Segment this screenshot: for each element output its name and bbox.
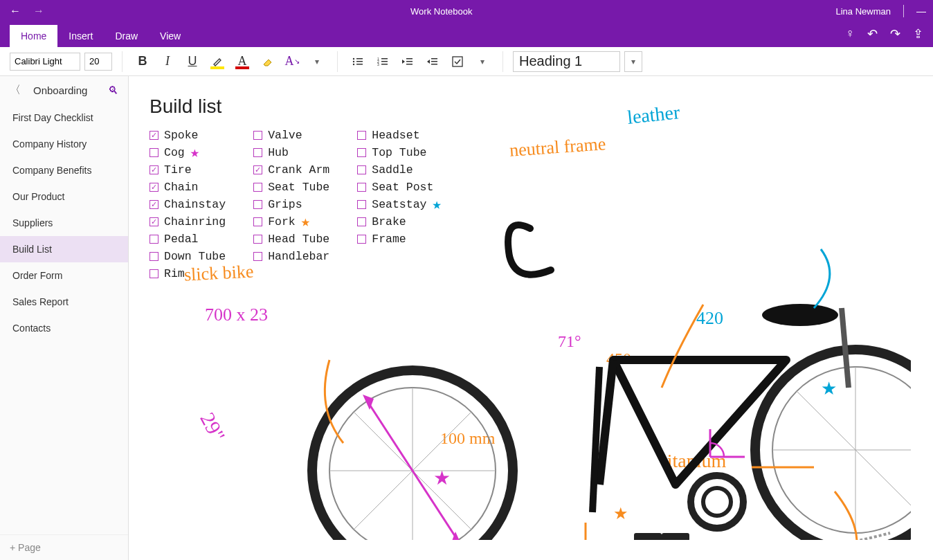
format-painter-button[interactable]: A↘ [282, 51, 302, 72]
indent-button[interactable] [422, 51, 443, 72]
bike-parts-image: ★ ★ ★ [288, 194, 911, 540]
page-item[interactable]: Sales Report [0, 289, 128, 315]
font-color-button[interactable]: A [232, 51, 253, 72]
checklist-item[interactable]: Seat Post [357, 179, 441, 195]
page-title[interactable]: Build list [150, 96, 933, 118]
checkbox-icon[interactable] [150, 183, 158, 192]
style-dropdown-button[interactable]: ▾ [624, 51, 642, 72]
checkbox-icon[interactable] [150, 148, 158, 157]
style-select[interactable] [513, 51, 620, 72]
checklist-label: Chainstay [164, 198, 226, 211]
page-item[interactable]: Company History [0, 131, 128, 157]
nav-forward-icon[interactable]: → [33, 5, 44, 17]
minimize-icon[interactable]: — [909, 6, 933, 17]
svg-rect-44 [634, 533, 662, 540]
note-canvas[interactable]: Build list SpokeCog★TireChainChainstayCh… [129, 76, 933, 560]
checklist-item[interactable]: Crank Arm [253, 162, 329, 177]
tab-view[interactable]: View [149, 25, 192, 47]
numbering-button[interactable]: 123 [372, 51, 393, 72]
checkbox-icon[interactable] [253, 235, 262, 244]
checklist-label: Cog [164, 146, 185, 159]
more-formatting-button[interactable]: ▾ [307, 51, 327, 72]
checklist-item[interactable]: Rim [150, 266, 226, 281]
svg-rect-3 [356, 61, 363, 62]
tab-home[interactable]: Home [10, 25, 57, 47]
checklist-item[interactable]: Saddle [357, 162, 441, 177]
tab-insert[interactable]: Insert [57, 25, 104, 47]
checklist-item[interactable]: Spoke [150, 127, 226, 143]
checklist-item[interactable]: Chain [150, 179, 226, 195]
svg-text:★: ★ [821, 378, 837, 399]
checkbox-icon[interactable] [150, 252, 158, 261]
more-lists-button[interactable]: ▾ [472, 51, 493, 72]
checkbox-icon[interactable] [253, 131, 262, 140]
redo-icon[interactable]: ↷ [890, 26, 900, 42]
checklist-item[interactable]: Tire [150, 162, 226, 177]
tell-me-icon[interactable]: ♀ [846, 26, 855, 42]
page-item[interactable]: Order Form [0, 262, 128, 289]
checkbox-icon[interactable] [357, 131, 366, 140]
tab-draw[interactable]: Draw [104, 25, 149, 47]
font-size-input[interactable] [84, 53, 112, 71]
checklist-item[interactable]: Valve [253, 127, 329, 143]
checkbox-icon[interactable] [253, 165, 262, 174]
checklist-label: Spoke [164, 129, 199, 142]
eraser-button[interactable] [257, 51, 278, 72]
nav-back-icon[interactable]: ← [10, 5, 21, 17]
checklist-item[interactable]: Hub [253, 145, 329, 160]
checkbox-icon[interactable] [357, 165, 366, 174]
page-item[interactable]: First Day Checklist [0, 105, 128, 131]
checklist-label: Chainring [164, 215, 226, 228]
italic-button[interactable]: I [157, 51, 178, 72]
user-name[interactable]: Lina Newman [829, 6, 898, 17]
checkbox-icon[interactable] [357, 183, 366, 192]
checklist-label: Headset [372, 129, 419, 142]
section-back-icon[interactable]: 〈 [10, 83, 21, 98]
checklist-item[interactable]: Seat Tube [253, 179, 329, 195]
checkbox-icon[interactable] [253, 252, 262, 261]
svg-point-42 [703, 488, 731, 516]
page-item[interactable]: Suppliers [0, 210, 128, 236]
ribbon-tabs: HomeInsertDrawView ♀ ↶ ↷ ⇪ [0, 22, 933, 47]
share-icon[interactable]: ⇪ [913, 26, 923, 42]
checklist-item[interactable]: Top Tube [357, 145, 441, 160]
checkbox-icon[interactable] [253, 217, 262, 226]
undo-icon[interactable]: ↶ [867, 26, 878, 42]
bold-button[interactable]: B [132, 51, 153, 72]
bullets-button[interactable] [347, 51, 368, 72]
page-item[interactable]: Our Product [0, 183, 128, 210]
highlight-button[interactable] [207, 51, 228, 72]
underline-button[interactable]: U [182, 51, 203, 72]
page-item[interactable]: Company Benefits [0, 157, 128, 183]
svg-point-0 [353, 57, 354, 59]
ink-annotation-700x23: 700 x 23 [205, 305, 268, 325]
checklist-item[interactable]: Headset [357, 127, 441, 143]
checklist-item[interactable]: Down Tube [150, 249, 226, 264]
checkbox-icon[interactable] [150, 165, 158, 174]
checkbox-icon[interactable] [253, 200, 262, 209]
checklist-item[interactable]: Cog★ [150, 145, 226, 160]
checkbox-icon[interactable] [253, 183, 262, 192]
checkbox-icon[interactable] [150, 235, 158, 244]
checkbox-icon[interactable] [253, 148, 262, 157]
titlebar: ← → Work Notebook Lina Newman — [0, 0, 933, 22]
checkbox-icon[interactable] [150, 217, 158, 226]
outdent-button[interactable] [397, 51, 418, 72]
window-title: Work Notebook [54, 6, 829, 17]
page-item[interactable]: Build List [0, 236, 128, 262]
add-page-button[interactable]: + Page [0, 534, 128, 560]
section-name[interactable]: Onboarding [33, 84, 108, 96]
font-name-input[interactable] [10, 53, 80, 71]
page-item[interactable]: Contacts [0, 315, 128, 341]
svg-line-35 [797, 391, 855, 450]
checkbox-icon[interactable] [357, 148, 366, 157]
checklist-item[interactable]: Chainstay [150, 197, 226, 212]
checklist-item[interactable]: Pedal [150, 231, 226, 246]
checklist-label: Chain [164, 181, 199, 194]
checklist-item[interactable]: Chainring [150, 214, 226, 229]
todo-tag-button[interactable] [447, 51, 468, 72]
checkbox-icon[interactable] [150, 200, 158, 209]
checkbox-icon[interactable] [150, 131, 158, 140]
search-icon[interactable]: 🔍︎ [108, 84, 118, 96]
checkbox-icon[interactable] [150, 269, 158, 278]
